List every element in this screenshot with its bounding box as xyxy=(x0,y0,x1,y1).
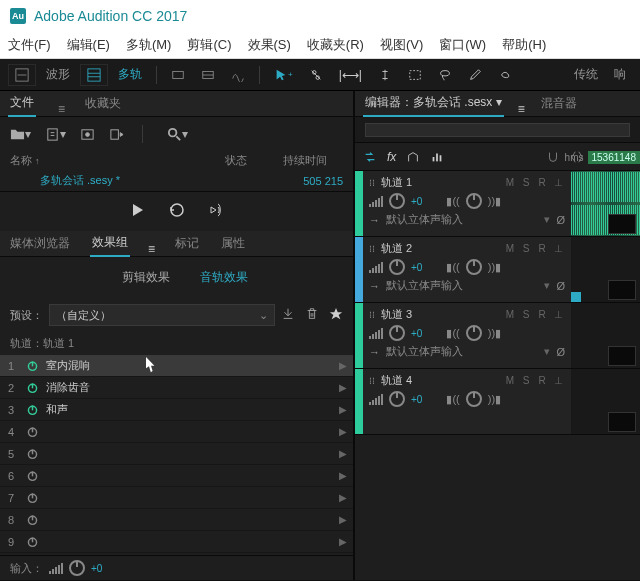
track-lane[interactable] xyxy=(571,303,640,368)
menu-file[interactable]: 文件(F) xyxy=(8,36,51,54)
menu-view[interactable]: 视图(V) xyxy=(380,36,423,54)
move-tool-icon[interactable]: + xyxy=(268,64,299,86)
menu-clip[interactable]: 剪辑(C) xyxy=(187,36,231,54)
effect-slot[interactable]: 7▶ xyxy=(0,487,353,509)
record-arm-button[interactable]: R xyxy=(535,176,549,190)
slip-tool-icon[interactable]: |⟷| xyxy=(333,64,368,86)
effect-menu-arrow-icon[interactable]: ▶ xyxy=(333,492,353,503)
effect-slot[interactable]: 9▶ xyxy=(0,531,353,553)
solo-button[interactable]: S xyxy=(519,308,533,322)
multitrack-view-label[interactable]: 多轨 xyxy=(112,64,148,86)
mute-button[interactable]: M xyxy=(503,374,517,388)
col-name[interactable]: 名称 ↑ xyxy=(10,153,217,168)
track-input[interactable]: 默认立体声输入 xyxy=(386,344,538,359)
pan-knob[interactable] xyxy=(466,193,482,209)
phase-icon[interactable]: Ø xyxy=(556,214,565,226)
track-input[interactable]: 默认立体声输入 xyxy=(386,278,538,293)
menu-help[interactable]: 帮助(H) xyxy=(502,36,546,54)
volume-knob[interactable] xyxy=(389,325,405,341)
track-color-bar[interactable] xyxy=(355,303,363,368)
effect-menu-arrow-icon[interactable]: ▶ xyxy=(333,470,353,481)
track-name[interactable]: 轨道 2 xyxy=(381,241,497,256)
menu-edit[interactable]: 编辑(E) xyxy=(67,36,110,54)
open-file-icon[interactable]: ▾ xyxy=(10,127,31,142)
grip-icon[interactable]: ⁞⁞ xyxy=(369,310,375,320)
power-icon[interactable] xyxy=(22,469,42,482)
effect-menu-arrow-icon[interactable]: ▶ xyxy=(333,514,353,525)
input-knob[interactable] xyxy=(69,560,85,576)
skip-silence-button[interactable] xyxy=(209,202,225,221)
input-menu-icon[interactable]: ▾ xyxy=(544,213,550,226)
monitor-button[interactable]: ⊥ xyxy=(551,374,565,388)
volume-knob[interactable] xyxy=(389,391,405,407)
tab-mixer[interactable]: 混音器 xyxy=(539,91,579,116)
delete-preset-icon[interactable] xyxy=(305,307,319,324)
marquee-tool-icon[interactable] xyxy=(402,64,428,86)
effect-slot[interactable]: 3和声▶ xyxy=(0,399,353,421)
monitor-button[interactable]: ⊥ xyxy=(551,242,565,256)
waveform-view-button[interactable] xyxy=(8,64,36,86)
new-file-icon[interactable]: ▾ xyxy=(45,127,66,142)
menu-window[interactable]: 窗口(W) xyxy=(439,36,486,54)
eq-icon[interactable] xyxy=(430,150,444,164)
power-icon[interactable] xyxy=(22,513,42,526)
pan-knob[interactable] xyxy=(466,391,482,407)
tab-favorites[interactable]: 收藏夹 xyxy=(83,91,123,116)
tool-spectral-icon[interactable] xyxy=(195,64,221,86)
track-input[interactable]: 默认立体声输入 xyxy=(386,212,538,227)
mute-button[interactable]: M xyxy=(503,176,517,190)
pan-knob[interactable] xyxy=(466,325,482,341)
play-button[interactable] xyxy=(129,202,145,221)
power-icon[interactable] xyxy=(22,403,42,416)
effect-slot[interactable]: 5▶ xyxy=(0,443,353,465)
time-select-tool-icon[interactable] xyxy=(372,64,398,86)
waveform-view-label[interactable]: 波形 xyxy=(40,64,76,86)
grip-icon[interactable]: ⁞⁞ xyxy=(369,376,375,386)
power-icon[interactable] xyxy=(22,359,42,372)
workspace-extra[interactable]: 响 xyxy=(608,64,632,86)
effect-menu-arrow-icon[interactable]: ▶ xyxy=(333,382,353,393)
power-icon[interactable] xyxy=(22,535,42,548)
track-name[interactable]: 轨道 3 xyxy=(381,307,497,322)
effect-slot[interactable]: 1室内混响▶ xyxy=(0,355,353,377)
file-row[interactable]: 多轨会话 .sesy * 505 215 xyxy=(0,170,353,191)
menu-multitrack[interactable]: 多轨(M) xyxy=(126,36,172,54)
loop-button[interactable] xyxy=(169,202,185,221)
mute-button[interactable]: M xyxy=(503,242,517,256)
snap-icon[interactable] xyxy=(546,150,560,164)
tab-editor[interactable]: 编辑器：多轨会话 .sesx ▾ xyxy=(363,90,504,117)
monitor-button[interactable]: ⊥ xyxy=(551,176,565,190)
menu-favorites[interactable]: 收藏夹(R) xyxy=(307,36,364,54)
mute-button[interactable]: M xyxy=(503,308,517,322)
heal-tool-icon[interactable] xyxy=(492,64,518,86)
effect-slot[interactable]: 8▶ xyxy=(0,509,353,531)
solo-button[interactable]: S xyxy=(519,242,533,256)
grip-icon[interactable]: ⁞⁞ xyxy=(369,178,375,188)
col-status[interactable]: 状态 xyxy=(225,153,275,168)
workspace-label[interactable]: 传统 xyxy=(568,64,604,86)
volume-knob[interactable] xyxy=(389,259,405,275)
panel-menu-icon[interactable]: ≡ xyxy=(58,102,65,116)
power-icon[interactable] xyxy=(22,381,42,394)
multitrack-view-button[interactable] xyxy=(80,64,108,86)
preset-select[interactable]: （自定义） ⌄ xyxy=(49,304,275,326)
effect-menu-arrow-icon[interactable]: ▶ xyxy=(333,360,353,371)
col-duration[interactable]: 持续时间 xyxy=(283,153,343,168)
power-icon[interactable] xyxy=(22,425,42,438)
razor-tool-icon[interactable] xyxy=(303,64,329,86)
track-color-bar[interactable] xyxy=(355,171,363,236)
tab-markers[interactable]: 标记 xyxy=(173,231,201,256)
power-icon[interactable] xyxy=(22,447,42,460)
selection-handle[interactable] xyxy=(571,292,581,302)
track-lane[interactable] xyxy=(571,237,640,302)
effect-slot[interactable]: 6▶ xyxy=(0,465,353,487)
pan-knob[interactable] xyxy=(466,259,482,275)
menu-effects[interactable]: 效果(S) xyxy=(248,36,291,54)
record-arm-button[interactable]: R xyxy=(535,242,549,256)
input-menu-icon[interactable]: ▾ xyxy=(544,279,550,292)
track-color-bar[interactable] xyxy=(355,237,363,302)
track-lane[interactable] xyxy=(571,171,640,236)
volume-knob[interactable] xyxy=(389,193,405,209)
fx-panel-menu-icon[interactable]: ≡ xyxy=(148,242,155,256)
solo-button[interactable]: S xyxy=(519,374,533,388)
